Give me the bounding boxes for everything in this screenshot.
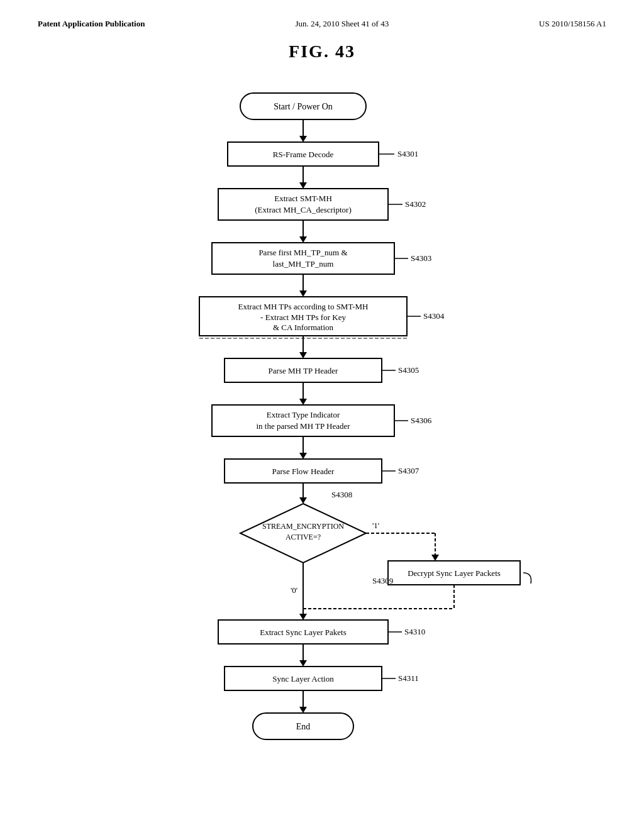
- arrowhead-7: [299, 453, 307, 459]
- arrowhead-10: [299, 660, 307, 667]
- node-s4306: Extract Type Indicator in the parsed MH …: [212, 405, 432, 436]
- s4304-text1: Extract MH TPs according to SMT-MH: [238, 302, 369, 311]
- arrowhead-2: [299, 182, 307, 189]
- node-s4305: Parse MH TP Header S4305: [225, 358, 419, 382]
- step-4307: S4307: [398, 466, 419, 475]
- s4306-text1: Extract Type Indicator: [267, 410, 340, 419]
- node-s4310: Extract Sync Layer Pakets S4310: [218, 620, 425, 644]
- header-right: US 2010/158156 A1: [539, 19, 606, 29]
- step-4305: S4305: [398, 365, 419, 375]
- flowchart-svg: Start / Power On RS-Frame Decode S4301 E…: [102, 80, 542, 791]
- end-label: End: [296, 722, 311, 731]
- s4307-text: Parse Flow Header: [272, 467, 335, 476]
- s4309-bracket: [523, 573, 531, 584]
- s4309-text: Decrypt Sync Layer Packets: [408, 568, 501, 578]
- arrowhead-5: [299, 352, 307, 358]
- step-4304: S4304: [423, 311, 445, 321]
- node-start: Start / Power On: [240, 93, 366, 119]
- page: Patent Application Publication Jun. 24, …: [0, 0, 644, 830]
- node-s4302: Extract SMT-MH (Extract MH_CA_descriptor…: [218, 189, 426, 220]
- flowchart-container: Start / Power On RS-Frame Decode S4301 E…: [102, 80, 542, 794]
- node-s4304: Extract MH TPs according to SMT-MH - Ext…: [199, 297, 445, 336]
- node-s4311: Sync Layer Action S4311: [225, 667, 419, 690]
- header-left: Patent Application Publication: [38, 19, 145, 29]
- node-end: End: [253, 713, 353, 739]
- s4304-text2: - Extract MH TPs for Key: [260, 313, 346, 322]
- branch-0-label: '0': [291, 585, 297, 595]
- s4306-text2: in the parsed MH TP Header: [256, 421, 350, 431]
- s4311-text: Sync Layer Action: [272, 674, 334, 683]
- arrowhead-4: [299, 290, 307, 297]
- step-4303: S4303: [411, 253, 431, 263]
- figure-title: FIG. 43: [38, 42, 606, 62]
- s4303-text1: Parse first MH_TP_num &: [258, 248, 347, 257]
- s4308-text2: ACTIVE=?: [286, 533, 321, 541]
- s4301-label: RS-Frame Decode: [273, 150, 334, 159]
- s4302-text2: (Extract MH_CA_descriptor): [255, 205, 351, 214]
- s4303-text2: last_MH_TP_num: [273, 259, 334, 268]
- s4305-text: Parse MH TP Header: [269, 366, 339, 375]
- node-s4303: Parse first MH_TP_num & last_MH_TP_num S…: [212, 243, 431, 274]
- s4302-text1: Extract SMT-MH: [274, 194, 332, 203]
- step-4306: S4306: [411, 416, 432, 425]
- page-header: Patent Application Publication Jun. 24, …: [38, 19, 606, 29]
- arrowhead-6: [299, 399, 307, 405]
- s4308-text1: STREAM_ENCRYPTION: [262, 522, 344, 531]
- step-4310: S4310: [404, 627, 425, 636]
- step-4311: S4311: [398, 673, 419, 683]
- arrowhead-b1: [431, 555, 439, 561]
- s4310-text: Extract Sync Layer Pakets: [260, 628, 347, 637]
- arrowhead-11: [299, 707, 307, 713]
- s4304-text3: & CA Information: [273, 323, 334, 332]
- step-4308-label: S4308: [331, 490, 352, 499]
- arrowhead-3: [299, 236, 307, 243]
- arrowhead-1: [299, 136, 307, 142]
- arrowhead-8: [299, 497, 307, 504]
- branch-1-label: '1': [372, 521, 379, 530]
- node-s4309: Decrypt Sync Layer Packets S4309: [372, 561, 520, 585]
- arrowhead-9: [299, 614, 307, 620]
- step-4301: S4301: [397, 149, 418, 158]
- node-s4308: STREAM_ENCRYPTION ACTIVE=?: [240, 504, 366, 563]
- step-4309: S4309: [372, 576, 393, 585]
- step-4302: S4302: [405, 199, 426, 209]
- node-s4301: RS-Frame Decode S4301: [228, 142, 418, 166]
- header-center: Jun. 24, 2010 Sheet 41 of 43: [295, 19, 389, 29]
- start-label: Start / Power On: [274, 102, 333, 111]
- node-s4307: Parse Flow Header S4307: [225, 459, 419, 483]
